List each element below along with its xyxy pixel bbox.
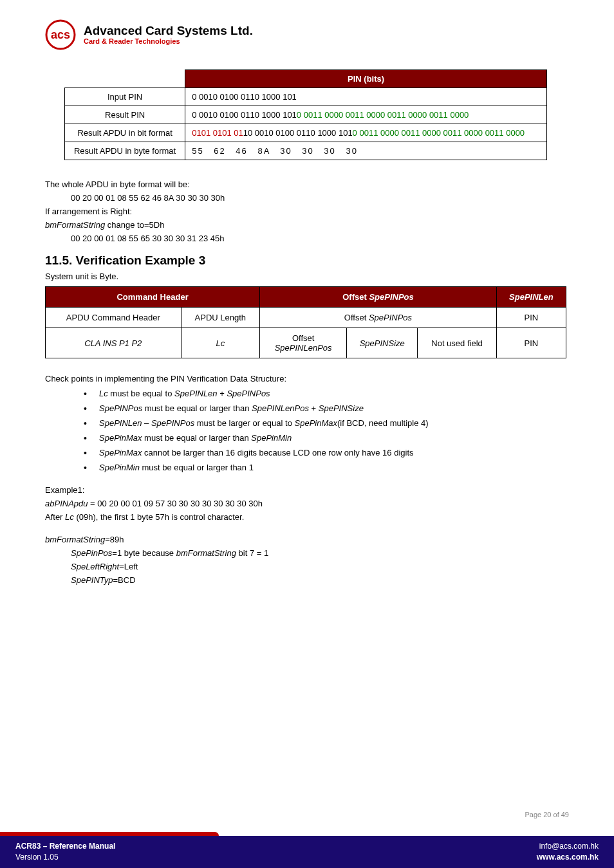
- table-cell: Not used field: [418, 328, 497, 358]
- body-text: 00 20 00 01 08 55 65 30 30 30 31 23 45h: [71, 234, 569, 243]
- footer-email: info@acs.com.hk: [537, 841, 599, 852]
- list-item: SpePinMin must be equal or larger than 1: [84, 463, 569, 472]
- body-text: After Lc (09h), the first 1 byte 57h is …: [45, 512, 569, 522]
- table-cell: PIN: [496, 328, 566, 358]
- company-name: Advanced Card Systems Ltd.: [84, 24, 253, 38]
- table-cell: APDU Length: [181, 308, 260, 328]
- table-row-label: Input PIN: [65, 88, 185, 106]
- acs-logo-icon: acs: [45, 19, 76, 50]
- svg-text:acs: acs: [51, 28, 70, 41]
- table-cell: SpePINSize: [347, 328, 418, 358]
- page-header: acs Advanced Card Systems Ltd. Card & Re…: [45, 19, 569, 50]
- footer-title: ACR83 – Reference Manual: [15, 842, 115, 851]
- table-row-label: Result PIN: [65, 106, 185, 124]
- command-structure-table: Command Header Offset SpePINPos SpePINLe…: [45, 286, 566, 358]
- body-text: SpeLeftRight=Left: [71, 562, 569, 571]
- table-cell: Offset SpePINPos: [260, 308, 497, 328]
- list-item: SpePINPos must be equal or larger than S…: [84, 403, 569, 413]
- list-item: SpePinMax cannot be larger than 16 digit…: [84, 448, 569, 457]
- footer-version: Version 1.05: [15, 852, 115, 863]
- table-header: SpePINLen: [496, 287, 566, 308]
- body-text: SpePinPos=1 byte because bmFormatString …: [71, 548, 569, 558]
- table-cell: OffsetSpePINLenPos: [260, 328, 347, 358]
- body-text: Check points in implementing the PIN Ver…: [45, 374, 569, 383]
- body-text: SpePINTyp=BCD: [71, 575, 569, 585]
- table-row-value: 0 0010 0100 0110 1000 101: [185, 88, 547, 106]
- table-header: Command Header: [46, 287, 260, 308]
- body-text: If arrangement is Right:: [45, 207, 569, 216]
- table-row-label: Result APDU in byte format: [65, 142, 185, 160]
- page-footer: ACR83 – Reference Manual Version 1.05 in…: [0, 836, 614, 868]
- bullet-list: Lc must be equal to SpePINLen + SpePINPo…: [84, 389, 569, 472]
- table-cell: APDU Command Header: [46, 308, 181, 328]
- table-cell: PIN: [496, 308, 566, 328]
- table-row-value: 0 0010 0100 0110 1000 1010 0011 0000 001…: [185, 106, 547, 124]
- body-text: 00 20 00 01 08 55 62 46 8A 30 30 30 30h: [71, 193, 569, 203]
- table-cell: Lc: [181, 328, 260, 358]
- body-text: bmFormatString=89h: [45, 535, 569, 544]
- section-heading: 11.5. Verification Example 3: [45, 254, 569, 268]
- body-text: abPINApdu = 00 20 00 01 09 57 30 30 30 3…: [45, 499, 569, 508]
- pin-bits-table: PIN (bits) Input PIN 0 0010 0100 0110 10…: [64, 69, 547, 160]
- list-item: Lc must be equal to SpePINLen + SpePINPo…: [84, 389, 569, 398]
- page-number: Page 20 of 49: [525, 811, 569, 818]
- company-tagline: Card & Reader Technologies: [84, 37, 253, 45]
- pin-bits-header: PIN (bits): [185, 70, 547, 88]
- example-title: Example1:: [45, 485, 569, 495]
- table-row-label: Result APDU in bit format: [65, 124, 185, 142]
- body-text: bmFormatString change to=5Dh: [45, 220, 569, 230]
- table-cell: CLA INS P1 P2: [46, 328, 181, 358]
- table-row-value: 0101 0101 0110 0010 0100 0110 1000 1010 …: [185, 124, 547, 142]
- table-header: Offset SpePINPos: [260, 287, 497, 308]
- list-item: SpePINLen – SpePINPos must be larger or …: [84, 418, 569, 428]
- list-item: SpePinMax must be equal or larger than S…: [84, 433, 569, 443]
- footer-site: www.acs.com.hk: [537, 852, 599, 863]
- body-text: The whole APDU in byte format will be:: [45, 180, 569, 189]
- table-row-value: 55 62 46 8A 30 30 30 30: [185, 142, 547, 160]
- body-text: System unit is Byte.: [45, 272, 569, 281]
